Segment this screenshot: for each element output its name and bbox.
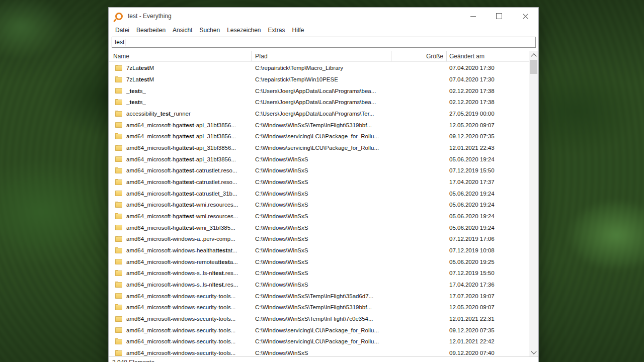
vertical-scrollbar[interactable] [529,51,538,356]
file-path: C:\Windows\WinSxS [252,259,392,265]
column-header-name[interactable]: Name [109,51,252,61]
column-header-groesse[interactable]: Größe [392,51,447,61]
scroll-up-button[interactable] [529,51,538,59]
file-modified: 05.06.2020 19:24 [447,156,530,162]
result-row[interactable]: amd64_microsoft-windows-s..ls-nltest.res… [109,279,530,291]
result-row[interactable]: amd64_microsoft-hgattest-wmi.resources..… [109,199,530,211]
file-name: amd64_microsoft-hgattest-wmi.resources..… [126,202,238,208]
file-modified: 02.12.2020 17:38 [447,99,530,105]
file-modified: 05.06.2020 19:24 [447,202,530,208]
file-modified: 27.05.2019 00:00 [447,111,530,117]
file-name: amd64_microsoft-hgattest-api_31bf3856... [126,145,236,151]
menu-item-lesezeichen[interactable]: Lesezeichen [223,25,264,35]
file-modified: 07.12.2019 10:08 [447,247,530,253]
menu-item-suchen[interactable]: Suchen [196,25,223,35]
menu-item-extras[interactable]: Extras [265,25,289,35]
result-row[interactable]: amd64_microsoft-windows-security-tools..… [109,324,530,336]
everything-window: test - Everything DateiBearbeitenAnsicht… [108,7,539,362]
result-row[interactable]: amd64_microsoft-windows-s..ls-nltest.res… [109,267,530,279]
menu-item-hilfe[interactable]: Hilfe [289,25,308,35]
menu-item-datei[interactable]: Datei [112,25,133,35]
result-row[interactable]: amd64_microsoft-hgattest-catrustlet_31b.… [109,188,530,199]
file-path: C:\Windows\WinSxS [252,350,392,356]
search-input[interactable]: test [112,37,536,48]
folder-icon [115,202,122,208]
close-icon [522,13,529,20]
scrollbar-thumb[interactable] [530,60,537,74]
folder-icon [115,145,122,151]
close-button[interactable] [512,8,538,25]
result-row[interactable]: amd64_microsoft-windows-security-tools..… [109,290,530,302]
folder-icon [115,293,122,299]
file-modified: 05.06.2020 19:24 [447,213,530,219]
maximize-button[interactable] [486,8,512,25]
file-name: amd64_microsoft-windows-remoteattesta... [126,259,238,265]
file-path: C:\Windows\WinSxS [252,179,392,185]
file-name: amd64_microsoft-windows-security-tools..… [126,316,235,322]
file-path: C:\Users\Joerg\AppData\Local\Programs\be… [252,88,392,94]
minimize-button[interactable] [460,8,486,25]
file-path: C:\Windows\WinSxS\Temp\InFlight\5319bbf.… [252,304,392,310]
file-path: C:\Windows\servicing\LCU\Package_for_Rol… [252,133,392,139]
file-modified: 09.12.2020 07:40 [447,350,530,356]
result-row[interactable]: 7zLatestMC:\repairstick\Temp\Win10PESE07… [109,74,530,85]
folder-icon [115,350,122,356]
result-row[interactable]: _tests_C:\Users\Joerg\AppData\Local\Prog… [109,85,530,97]
chevron-up-icon [531,53,536,59]
result-row[interactable]: amd64_microsoft-hgattest-api_31bf3856...… [109,142,530,154]
result-row[interactable]: amd64_microsoft-hgattest-catrustlet.reso… [109,165,530,176]
file-modified: 07.04.2020 17:30 [447,65,530,71]
folder-icon [115,225,122,230]
result-row[interactable]: amd64_microsoft-windows-security-tools..… [109,302,530,313]
folder-icon [115,316,122,322]
file-modified: 07.12.2019 17:06 [447,236,530,242]
column-header-pfad[interactable]: Pfad [252,51,392,61]
status-bar: 3.948 Elemente [109,356,538,362]
result-row[interactable]: amd64_microsoft-hgattest-wmi_31bf385...C… [109,222,530,233]
file-modified: 12.01.2021 22:43 [447,145,530,151]
result-row[interactable]: amd64_microsoft-hgattest-catrustlet.reso… [109,176,530,188]
file-path: C:\Windows\WinSxS [252,167,392,173]
folder-icon [115,305,122,310]
result-row[interactable]: amd64_microsoft-windows-security-tools..… [109,313,530,325]
result-row[interactable]: amd64_microsoft-hgattest-api_31bf3856...… [109,131,530,142]
scroll-down-button[interactable] [529,348,538,356]
folder-icon [115,168,122,173]
file-path: C:\Windows\WinSxS [252,282,392,288]
file-path: C:\Windows\WinSxS [252,247,392,253]
list-header: Name Pfad Größe Geändert am [109,51,530,62]
folder-icon [115,339,122,344]
file-name: amd64_microsoft-windows-security-tools..… [126,350,235,356]
file-modified: 09.12.2020 07:35 [447,327,530,333]
result-row[interactable]: amd64_microsoft-hgattest-wmi.resources..… [109,211,530,222]
file-path: C:\Windows\WinSxS\Temp\InFlight\35ad6d7.… [252,293,392,299]
folder-icon [115,259,122,264]
file-path: C:\Windows\WinSxS [252,191,392,197]
result-row[interactable]: amd64_microsoft-windows-remoteattesta...… [109,256,530,267]
result-row[interactable]: amd64_microsoft-windows-security-tools..… [109,336,530,347]
file-path: C:\repairstick\Temp\Macro_Library [252,65,392,71]
result-row[interactable]: _tests_C:\Users\Joerg\AppData\Local\Prog… [109,97,530,108]
result-row[interactable]: amd64_microsoft-hgattest-api_31bf3856...… [109,119,530,131]
result-row[interactable]: amd64_microsoft-windows-a..perv-comp...C… [109,233,530,245]
menubar: DateiBearbeitenAnsichtSuchenLesezeichenE… [109,25,538,36]
file-path: C:\repairstick\Temp\Win10PESE [252,76,392,82]
result-row[interactable]: amd64_microsoft-hgattest-api_31bf3856...… [109,153,530,165]
folder-icon [115,100,122,105]
menu-item-ansicht[interactable]: Ansicht [169,25,196,35]
file-modified: 12.05.2020 09:07 [447,304,530,310]
folder-icon [115,282,122,288]
file-modified: 17.04.2020 17:37 [447,179,530,185]
result-row[interactable]: 7zLatestMC:\repairstick\Temp\Macro_Libra… [109,62,530,74]
file-modified: 05.06.2020 19:24 [447,225,530,231]
file-modified: 05.06.2020 19:25 [447,259,530,265]
result-row[interactable]: accessibility_test_runnerC:\Users\Joerg\… [109,108,530,120]
result-row[interactable]: amd64_microsoft-windows-healthattestat..… [109,245,530,256]
column-header-geaendert-am[interactable]: Geändert am [447,51,530,61]
folder-icon [115,236,122,242]
titlebar[interactable]: test - Everything [109,8,538,25]
file-name: _tests_ [126,99,146,105]
text-caret-icon [125,39,125,46]
menu-item-bearbeiten[interactable]: Bearbeiten [133,25,169,35]
file-name: amd64_microsoft-hgattest-api_31bf3856... [126,156,236,162]
